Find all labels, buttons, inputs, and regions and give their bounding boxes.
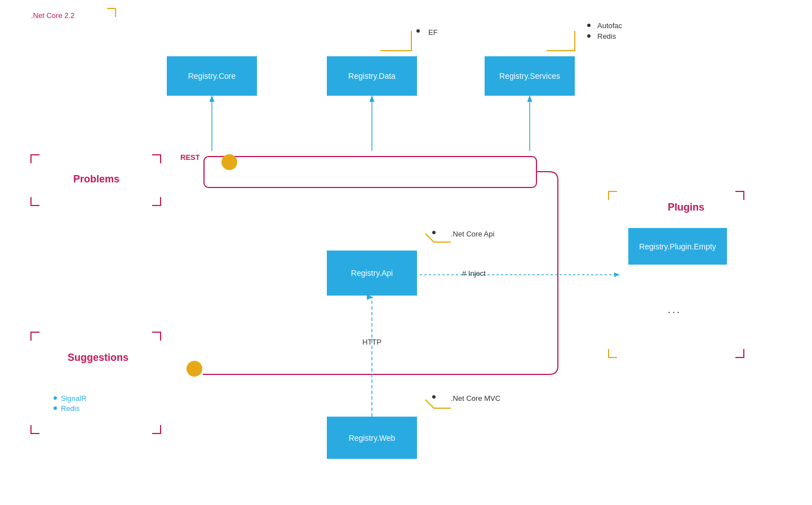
registry-data-box: Registry.Data: [327, 56, 417, 96]
dotnet-core-api-label: .Net Core Api: [451, 230, 494, 238]
svg-rect-3: [204, 157, 536, 187]
http-label: HTTP: [362, 338, 381, 346]
svg-point-15: [432, 395, 436, 399]
diagram-container: Registry.Core Registry.Data Registry.Ser…: [0, 0, 812, 505]
svg-point-4: [221, 154, 237, 170]
plugins-section-label: Plugins: [668, 202, 704, 213]
svg-point-10: [54, 406, 57, 410]
registry-services-label: Registry.Services: [499, 71, 560, 81]
registry-plugin-empty-label: Registry.Plugin.Empty: [639, 242, 716, 251]
redis-bottom-label: Redis: [61, 404, 79, 413]
dotnet-core-label: .Net Core 2.2: [31, 11, 74, 20]
inject-label: # Inject: [462, 269, 486, 278]
svg-point-11: [416, 29, 420, 33]
registry-core-box: Registry.Core: [167, 56, 257, 96]
ef-label: EF: [428, 28, 438, 37]
autofac-label: Autofac: [597, 21, 622, 30]
registry-services-box: Registry.Services: [485, 56, 575, 96]
svg-marker-7: [614, 272, 620, 277]
registry-api-label: Registry.Api: [351, 269, 393, 278]
svg-point-5: [187, 361, 202, 377]
registry-core-label: Registry.Core: [188, 71, 236, 81]
ellipsis-label: ...: [668, 304, 681, 316]
suggestions-section-label: Suggestions: [68, 352, 128, 364]
registry-web-box: Registry.Web: [327, 417, 417, 459]
svg-point-14: [432, 231, 436, 234]
svg-point-12: [587, 24, 591, 27]
problems-section-label: Problems: [73, 173, 119, 185]
registry-plugin-empty-box: Registry.Plugin.Empty: [628, 228, 727, 265]
rest-label: REST: [180, 153, 200, 162]
redis-top-label: Redis: [597, 32, 616, 41]
svg-point-9: [54, 396, 57, 400]
svg-point-13: [587, 34, 591, 38]
registry-web-label: Registry.Web: [349, 434, 396, 443]
registry-api-box: Registry.Api: [327, 251, 417, 296]
registry-data-label: Registry.Data: [348, 71, 396, 81]
dotnet-core-mvc-label: .Net Core MVC: [451, 394, 500, 403]
signalr-label: SignalR: [61, 394, 87, 403]
